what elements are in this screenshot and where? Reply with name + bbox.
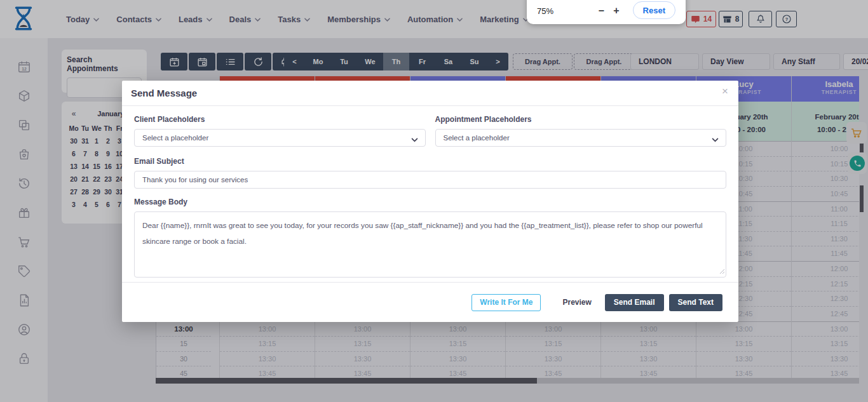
zoom-out-button[interactable]: −	[593, 3, 609, 19]
appointment-placeholders-select[interactable]: Select a placeholder	[435, 129, 727, 147]
zoom-in-button[interactable]: +	[609, 3, 624, 19]
email-subject-input[interactable]	[134, 171, 726, 189]
client-placeholders-select[interactable]: Select a placeholder	[134, 129, 426, 147]
message-body-textarea[interactable]: Dear {{name}}, rnrnIt was great to see y…	[134, 211, 726, 278]
client-placeholders-label: Client Placeholders	[134, 115, 426, 124]
close-icon[interactable]: ×	[722, 86, 728, 97]
write-it-for-me-button[interactable]: Write It For Me	[471, 294, 541, 311]
zoom-reset-button[interactable]: Reset	[633, 1, 675, 19]
modal-footer: Write It For Me Preview Send Email Send …	[122, 282, 738, 322]
chevron-down-icon	[411, 136, 418, 144]
preview-button[interactable]: Preview	[560, 294, 593, 311]
modal-body: Client Placeholders Select a placeholder…	[122, 106, 738, 280]
send-message-modal: Send Message × Client Placeholders Selec…	[122, 81, 738, 322]
send-text-button[interactable]: Send Text	[669, 294, 722, 311]
email-subject-label: Email Subject	[134, 157, 726, 166]
appointment-placeholders-label: Appointment Placeholders	[435, 115, 727, 124]
chevron-down-icon	[712, 136, 719, 144]
message-body-label: Message Body	[134, 198, 726, 206]
modal-header: Send Message ×	[122, 81, 738, 106]
application-root: TodayContactsLeadsDealsTasksMembershipsA…	[0, 0, 868, 402]
send-email-button[interactable]: Send Email	[605, 294, 664, 311]
modal-title: Send Message	[131, 88, 197, 98]
browser-zoom-popup: 75% − + Reset	[527, 0, 686, 24]
zoom-level: 75%	[537, 6, 577, 16]
